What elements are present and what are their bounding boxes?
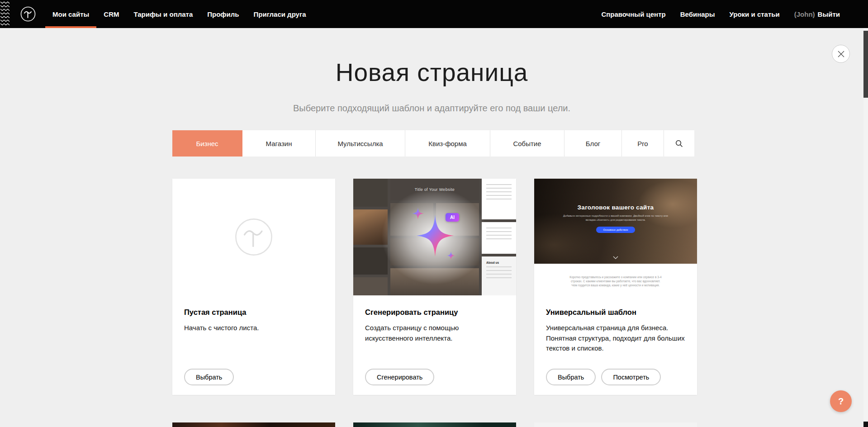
template-card-blank: Пустая страница Начать с чистого листа. … — [172, 179, 335, 395]
preview-universal-button[interactable]: Посмотреть — [601, 369, 661, 385]
card-description: Начать с чистого листа. — [184, 323, 323, 333]
card-description: Создать страницу с помощью искусственног… — [365, 323, 504, 343]
user-box: (John) Выйти — [787, 0, 847, 28]
scrollbar[interactable] — [863, 28, 868, 427]
nav-tariffs[interactable]: Тарифы и оплата — [126, 0, 200, 28]
template-card-ai-generate: Title of Your Website About us — [353, 179, 516, 395]
template-grid: Пустая страница Начать с чистого листа. … — [172, 179, 697, 395]
chevron-down-icon — [613, 253, 618, 261]
search-tab[interactable] — [664, 130, 694, 157]
template-preview-blank[interactable] — [172, 179, 335, 295]
template-preview-partial[interactable] — [172, 422, 335, 427]
choose-universal-button[interactable]: Выбрать — [546, 369, 596, 385]
tilda-logo[interactable] — [20, 6, 36, 22]
card-actions: Выбрать — [184, 369, 234, 385]
nav-webinars[interactable]: Вебинары — [673, 0, 722, 28]
secondary-nav: Справочный центр Вебинары Уроки и статьи… — [594, 0, 847, 28]
top-nav: Мои сайты CRM Тарифы и оплата Профиль Пр… — [0, 0, 868, 28]
template-preview-ai[interactable]: Title of Your Website About us — [353, 179, 516, 295]
preview-hero-button: Основное действие — [596, 227, 636, 233]
search-icon — [675, 140, 683, 147]
user-name: (John) — [794, 10, 815, 18]
choose-blank-button[interactable]: Выбрать — [184, 369, 234, 385]
preview-hero: Заголовок вашего сайта Добавьте интересн… — [534, 179, 697, 264]
preview-body: Коротко представьтесь и расскажите о ком… — [534, 264, 697, 287]
card-title: Универсальный шаблон — [546, 308, 685, 317]
scroll-down-button[interactable] — [863, 422, 868, 427]
tilda-logo-icon — [20, 6, 36, 22]
card-title: Сгенерировать страницу — [365, 308, 504, 317]
help-button[interactable]: ? — [830, 390, 852, 412]
nav-invite-friend[interactable]: Пригласи друга — [246, 0, 313, 28]
page-subtitle: Выберите подходящий шаблон и адаптируйте… — [0, 103, 863, 114]
template-preview-partial[interactable] — [353, 422, 516, 427]
tab-shop[interactable]: Магазин — [242, 130, 316, 157]
nav-help-center[interactable]: Справочный центр — [594, 0, 673, 28]
generate-button[interactable]: Сгенерировать — [365, 369, 434, 385]
nav-crm[interactable]: CRM — [96, 0, 126, 28]
tab-event[interactable]: Событие — [490, 130, 564, 157]
nav-lessons[interactable]: Уроки и статьи — [722, 0, 787, 28]
card-actions: Сгенерировать — [365, 369, 434, 385]
template-preview-partial[interactable] — [534, 422, 697, 427]
preview-body-text: Коротко представьтесь и расскажите о ком… — [568, 275, 663, 287]
primary-nav: Мои сайты CRM Тарифы и оплата Профиль Пр… — [45, 0, 313, 28]
tab-multilink[interactable]: Мультиссылка — [316, 130, 405, 157]
tab-business[interactable]: Бизнес — [172, 130, 242, 157]
template-card-universal: Заголовок вашего сайта Добавьте интересн… — [534, 179, 697, 395]
logout-link[interactable]: Выйти — [818, 10, 840, 18]
page-title: Новая страница — [0, 58, 863, 87]
nav-my-sites[interactable]: Мои сайты — [45, 0, 96, 28]
card-actions: Выбрать Посмотреть — [546, 369, 661, 385]
card-body: Сгенерировать страницу Создать страницу … — [353, 295, 516, 343]
card-description: Универсальная страница для бизнеса. Поня… — [546, 323, 685, 354]
close-icon — [838, 51, 844, 57]
card-body: Пустая страница Начать с чистого листа. — [172, 295, 335, 333]
tab-quiz-form[interactable]: Квиз-форма — [405, 130, 490, 157]
ai-sparkle-icon — [353, 179, 516, 295]
template-grid-row2 — [172, 422, 697, 427]
preview-hero-title: Заголовок вашего сайта — [534, 179, 697, 211]
template-category-tabs: Бизнес Магазин Мультиссылка Квиз-форма С… — [172, 130, 694, 157]
tab-pro[interactable]: Pro — [622, 130, 664, 157]
card-title: Пустая страница — [184, 308, 323, 317]
ai-badge: AI — [446, 213, 459, 222]
card-body: Универсальный шаблон Универсальная стран… — [534, 295, 697, 354]
preview-hero-subtitle: Добавьте интересные подробности о вашей … — [561, 214, 670, 222]
zigzag-pattern-icon — [0, 0, 11, 28]
template-preview-universal[interactable]: Заголовок вашего сайта Добавьте интересн… — [534, 179, 697, 295]
nav-profile[interactable]: Профиль — [200, 0, 246, 28]
scrollbar-thumb[interactable] — [863, 31, 868, 98]
tab-blog[interactable]: Блог — [564, 130, 622, 157]
tilda-watermark-icon — [233, 216, 275, 258]
